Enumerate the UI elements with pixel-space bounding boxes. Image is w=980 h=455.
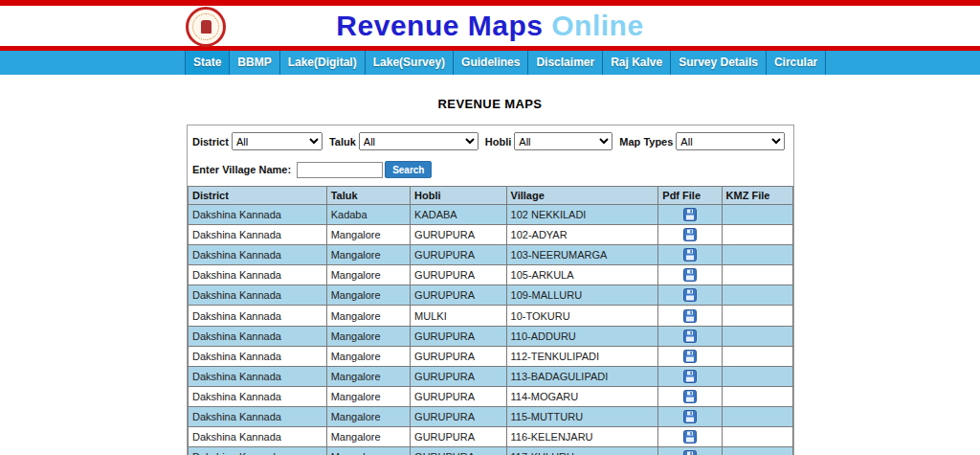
pdf-download-icon[interactable] xyxy=(683,430,697,444)
hobli-filter: HobliAll xyxy=(485,132,613,150)
pdf-download-icon[interactable] xyxy=(683,330,697,343)
nav-item-raj-kalve[interactable]: Raj Kalve xyxy=(603,51,671,75)
pdf-file-cell xyxy=(658,386,722,406)
pdf-file-cell xyxy=(658,427,722,447)
kmz-file-cell xyxy=(722,205,792,225)
district-select[interactable]: All xyxy=(232,132,323,150)
pdf-download-icon[interactable] xyxy=(683,370,697,383)
district-cell: Dakshina Kannada xyxy=(189,245,327,265)
kmz-file-cell xyxy=(722,346,792,366)
village-search-row: Enter Village Name: Search xyxy=(188,150,793,186)
pdf-file-cell xyxy=(658,265,722,285)
nav-bar: StateBBMPLake(Digital)Lake(Survey)Guidel… xyxy=(0,51,980,75)
village-cell: 115-MUTTURU xyxy=(506,406,658,426)
column-header-taluk: Taluk xyxy=(326,187,410,205)
village-cell: 103-NEERUMARGA xyxy=(506,245,658,265)
column-header-district: District xyxy=(189,187,327,205)
pdf-download-icon[interactable] xyxy=(683,208,697,221)
table-row: Dakshina KannadaMangaloreGURUPURA109-MAL… xyxy=(189,285,793,306)
taluk-label: Taluk xyxy=(329,136,356,148)
table-row: Dakshina KannadaMangaloreGURUPURA113-BAD… xyxy=(189,366,793,386)
taluk-cell: Mangalore xyxy=(326,406,410,426)
pdf-download-icon[interactable] xyxy=(683,288,697,302)
nav-item-disclaimer[interactable]: Disclaimer xyxy=(528,51,603,75)
header: Revenue Maps Online xyxy=(0,6,980,46)
pdf-download-icon[interactable] xyxy=(683,228,697,241)
table-row: Dakshina KannadaMangaloreGURUPURA103-NEE… xyxy=(189,245,793,265)
hobli-cell: GURUPURA xyxy=(411,326,506,346)
village-cell: 114-MOGARU xyxy=(506,386,658,406)
taluk-cell: Mangalore xyxy=(326,427,410,447)
nav-item-state[interactable]: State xyxy=(185,51,230,75)
nav-item-circular[interactable]: Circular xyxy=(767,51,826,75)
pdf-file-cell xyxy=(658,285,722,306)
district-cell: Dakshina Kannada xyxy=(189,346,327,366)
pdf-download-icon[interactable] xyxy=(683,268,697,282)
kmz-file-cell xyxy=(722,245,792,265)
pdf-download-icon[interactable] xyxy=(683,410,697,423)
taluk-cell: Mangalore xyxy=(326,285,410,306)
map-types-select[interactable]: All xyxy=(676,132,785,150)
table-row: Dakshina KannadaMangaloreGURUPURA116-KEL… xyxy=(189,427,793,447)
village-cell: 105-ARKULA xyxy=(506,265,658,285)
hobli-cell: GURUPURA xyxy=(411,366,506,386)
district-cell: Dakshina Kannada xyxy=(189,386,327,406)
village-cell: 102-ADYAR xyxy=(506,225,658,245)
taluk-cell: Mangalore xyxy=(326,326,410,346)
pdf-file-cell xyxy=(658,306,722,326)
kmz-file-cell xyxy=(722,447,792,455)
map-types-filter: Map TypesAll xyxy=(619,132,785,150)
title-secondary: Online xyxy=(551,10,643,41)
district-filter: DistrictAll xyxy=(192,132,323,150)
title-primary: Revenue Maps xyxy=(336,10,543,41)
taluk-cell: Mangalore xyxy=(326,386,410,406)
pdf-file-cell xyxy=(658,366,722,386)
taluk-cell: Mangalore xyxy=(326,366,410,386)
column-header-village: Village xyxy=(506,187,658,205)
map-types-label: Map Types xyxy=(619,136,673,148)
nav-item-survey-details[interactable]: Survey Details xyxy=(671,51,767,75)
table-body: Dakshina KannadaKadabaKADABA102 NEKKILAD… xyxy=(189,205,793,455)
table-row: Dakshina KannadaMangaloreGURUPURA102-ADY… xyxy=(189,225,793,245)
taluk-select[interactable]: All xyxy=(359,132,479,150)
kmz-file-cell xyxy=(722,285,792,306)
pdf-download-icon[interactable] xyxy=(683,390,697,403)
hobli-cell: GURUPURA xyxy=(411,245,506,265)
filter-row: DistrictAllTalukAllHobliAllMap TypesAll xyxy=(188,132,793,150)
village-cell: 109-MALLURU xyxy=(506,285,658,306)
nav-item-lake-digital[interactable]: Lake(Digital) xyxy=(280,51,366,75)
village-cell: 116-KELENJARU xyxy=(506,427,658,447)
pdf-file-cell xyxy=(658,346,722,366)
search-button[interactable]: Search xyxy=(385,161,432,178)
pdf-download-icon[interactable] xyxy=(683,350,697,363)
pdf-file-cell xyxy=(658,447,722,455)
village-cell: 113-BADAGULIPADI xyxy=(506,366,658,386)
pdf-download-icon[interactable] xyxy=(683,450,697,455)
nav-item-lake-survey[interactable]: Lake(Survey) xyxy=(366,51,454,75)
hobli-cell: GURUPURA xyxy=(411,406,506,426)
district-label: District xyxy=(192,136,229,148)
village-name-input[interactable] xyxy=(297,162,383,178)
hobli-cell: KADABA xyxy=(411,205,506,225)
kmz-file-cell xyxy=(722,326,792,346)
pdf-download-icon[interactable] xyxy=(683,309,697,323)
nav-item-bbmp[interactable]: BBMP xyxy=(230,51,279,75)
hobli-cell: GURUPURA xyxy=(411,285,506,306)
kmz-file-cell xyxy=(722,406,792,426)
maps-panel: DistrictAllTalukAllHobliAllMap TypesAll … xyxy=(187,125,794,455)
pdf-download-icon[interactable] xyxy=(683,248,697,262)
taluk-cell: Mangalore xyxy=(326,346,410,366)
taluk-cell: Mangalore xyxy=(326,265,410,285)
nav-item-guidelines[interactable]: Guidelines xyxy=(454,51,528,75)
district-cell: Dakshina Kannada xyxy=(189,285,327,306)
maps-table: DistrictTalukHobliVillagePdf FileKMZ Fil… xyxy=(188,186,793,455)
taluk-cell: Mangalore xyxy=(326,225,410,245)
village-cell: 112-TENKULIPADI xyxy=(506,346,658,366)
kmz-file-cell xyxy=(722,427,792,447)
hobli-cell: GURUPURA xyxy=(411,265,506,285)
district-cell: Dakshina Kannada xyxy=(189,427,327,447)
kmz-file-cell xyxy=(722,366,792,386)
hobli-cell: GURUPURA xyxy=(411,346,506,366)
hobli-select[interactable]: All xyxy=(514,132,612,150)
pdf-file-cell xyxy=(658,225,722,245)
